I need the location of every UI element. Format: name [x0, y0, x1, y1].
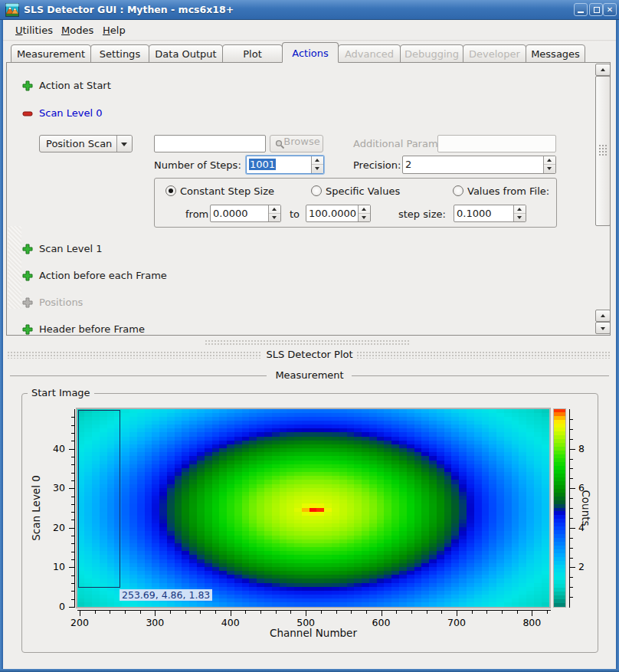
- scan-mode-value: Position Scan: [46, 138, 112, 149]
- scrollbar-up-button-2[interactable]: [595, 310, 611, 322]
- spin-down-button[interactable]: [269, 214, 280, 222]
- x-minor-tick: [110, 611, 110, 614]
- colorbar-major-tick: [570, 488, 575, 489]
- menu-utilities[interactable]: Utilities: [11, 23, 57, 38]
- action-item-scan-level-1[interactable]: Scan Level 1: [39, 243, 102, 254]
- scan-script-input[interactable]: [154, 135, 266, 152]
- colorbar-minor-tick: [570, 459, 573, 460]
- spin-down-button[interactable]: [312, 165, 323, 173]
- x-minor-tick: [185, 611, 186, 614]
- minus-icon-scan-level-0[interactable]: [22, 108, 33, 119]
- scrollbar-up-button[interactable]: [595, 64, 611, 76]
- step-size-label: step size:: [398, 208, 446, 220]
- x-major-tick: [231, 611, 231, 616]
- y-minor-tick: [71, 464, 74, 465]
- tab-measurement[interactable]: Measurement: [11, 44, 91, 63]
- x-minor-tick: [215, 611, 216, 614]
- y-minor-tick: [71, 441, 74, 441]
- measurement-groupbox-line-right: [352, 375, 609, 376]
- x-major-tick: [155, 611, 156, 616]
- app-logo-icon: [5, 3, 19, 17]
- action-item-action-before-each-frame[interactable]: Action before each Frame: [39, 270, 167, 281]
- x-minor-tick: [140, 611, 141, 614]
- colorbar-title: Counts: [580, 490, 592, 526]
- tab-settings[interactable]: Settings: [90, 44, 149, 63]
- colorbar-minor-tick: [570, 419, 573, 420]
- maximize-icon: [594, 7, 600, 13]
- spin-up-button[interactable]: [269, 205, 280, 214]
- x-minor-tick: [517, 611, 518, 614]
- menu-bar: UtilitiesModesHelp: [3, 20, 616, 40]
- arrow-down-icon: [601, 327, 605, 330]
- tab-actions[interactable]: Actions: [282, 42, 339, 63]
- window-title: SLS Detector GUI : Mythen - mcs6x18+: [24, 4, 234, 15]
- tab-data-output[interactable]: Data Output: [149, 44, 223, 63]
- plus-icon-header-before-frame[interactable]: [22, 324, 33, 335]
- action-item-scan-level-0[interactable]: Scan Level 0: [39, 107, 102, 119]
- spin-up-button[interactable]: [312, 156, 323, 165]
- plus-icon-positions: [22, 297, 33, 308]
- x-minor-tick: [366, 611, 367, 614]
- magnifier-icon: [275, 139, 285, 149]
- y-tick-label-30: 30: [44, 482, 65, 493]
- action-item-header-before-frame[interactable]: Header before Frame: [39, 323, 145, 335]
- arrow-up-icon: [315, 159, 319, 162]
- scrollbar-thumb[interactable]: [595, 76, 611, 226]
- x-tick-label-300: 300: [139, 617, 170, 628]
- scrollbar-down-button[interactable]: [595, 322, 611, 334]
- minimize-button[interactable]: [574, 3, 588, 16]
- plus-icon-action-at-start[interactable]: [22, 80, 33, 91]
- action-item-action-at-start[interactable]: Action at Start: [39, 80, 111, 91]
- radio-constant-step-size[interactable]: [165, 185, 176, 196]
- x-minor-tick: [260, 611, 261, 614]
- arrow-down-icon: [547, 167, 552, 170]
- radio-values-from-file[interactable]: [453, 185, 463, 196]
- x-tick-label-800: 800: [516, 617, 547, 628]
- y-minor-tick: [71, 457, 74, 457]
- scan-mode-combobox[interactable]: Position Scan: [39, 135, 133, 152]
- menu-modes[interactable]: Modes: [57, 23, 98, 38]
- x-axis-title: Channel Number: [270, 627, 357, 639]
- zoom-selection-rect: [78, 410, 120, 588]
- number-of-steps-spinbox[interactable]: 1001: [246, 156, 324, 174]
- spin-up-button[interactable]: [544, 156, 555, 165]
- close-icon: ✕: [607, 5, 613, 14]
- y-tick-label-0: 0: [44, 601, 65, 612]
- scrollbar-track[interactable]: [8, 226, 21, 309]
- arrow-up-icon: [547, 159, 552, 162]
- precision-spinbox[interactable]: 2: [402, 156, 556, 174]
- splitter-handle[interactable]: [205, 340, 409, 346]
- title-bar[interactable]: SLS Detector GUI : Mythen - mcs6x18+ ✕: [0, 0, 619, 20]
- arrow-down-icon: [315, 167, 319, 170]
- colorbar-major-tick: [570, 528, 575, 529]
- radio-label-constant-step-size: Constant Step Size: [180, 185, 274, 197]
- x-minor-tick: [547, 611, 548, 614]
- plus-icon-scan-level-1[interactable]: [22, 244, 33, 254]
- from-spinbox[interactable]: 0.0000: [210, 205, 281, 222]
- radio-specific-values[interactable]: [311, 185, 322, 196]
- browse-label: Browse: [283, 136, 319, 147]
- colorbar-minor-tick: [570, 518, 573, 519]
- heatmap-canvas[interactable]: [76, 408, 551, 608]
- step-size-spinbox[interactable]: 0.1000: [454, 205, 526, 222]
- colorbar-minor-tick: [570, 538, 573, 539]
- tab-messages[interactable]: Messages: [526, 44, 585, 63]
- close-button[interactable]: ✕: [603, 3, 617, 16]
- maximize-button[interactable]: [589, 3, 603, 16]
- spin-up-button[interactable]: [359, 205, 370, 214]
- colorbar-tick-label-8: 8: [578, 443, 589, 454]
- spin-up-button[interactable]: [514, 205, 526, 214]
- action-item-positions: Positions: [39, 297, 83, 308]
- additional-parameter-label: Additional Parameter:: [353, 138, 434, 149]
- menu-help[interactable]: Help: [98, 23, 130, 38]
- step-mode-groupbox: Constant Step SizeSpecific ValuesValues …: [154, 178, 557, 228]
- spin-down-button[interactable]: [359, 214, 370, 222]
- to-spinbox[interactable]: 100.0000: [306, 205, 371, 222]
- spin-down-button[interactable]: [544, 165, 555, 173]
- spin-down-button[interactable]: [514, 214, 526, 222]
- tab-plot[interactable]: Plot: [222, 44, 283, 63]
- plus-icon-action-before-each-frame[interactable]: [22, 270, 33, 281]
- colorbar-minor-tick: [570, 478, 573, 479]
- combobox-arrow[interactable]: [116, 136, 132, 152]
- x-tick-label-400: 400: [215, 617, 246, 628]
